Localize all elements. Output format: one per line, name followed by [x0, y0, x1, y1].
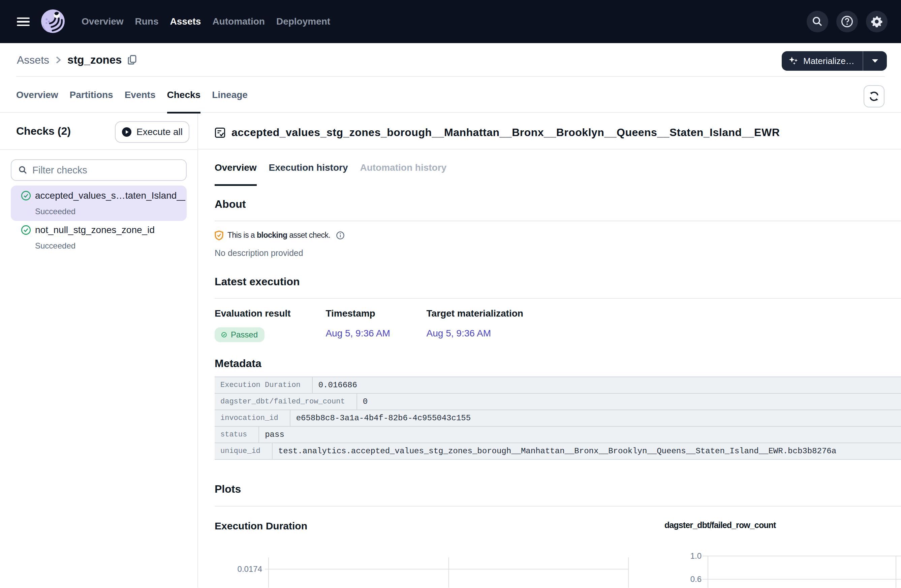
svg-text:0.6: 0.6 — [691, 574, 701, 583]
svg-text:1.0: 1.0 — [691, 551, 701, 560]
svg-text:0.0174: 0.0174 — [237, 565, 262, 574]
